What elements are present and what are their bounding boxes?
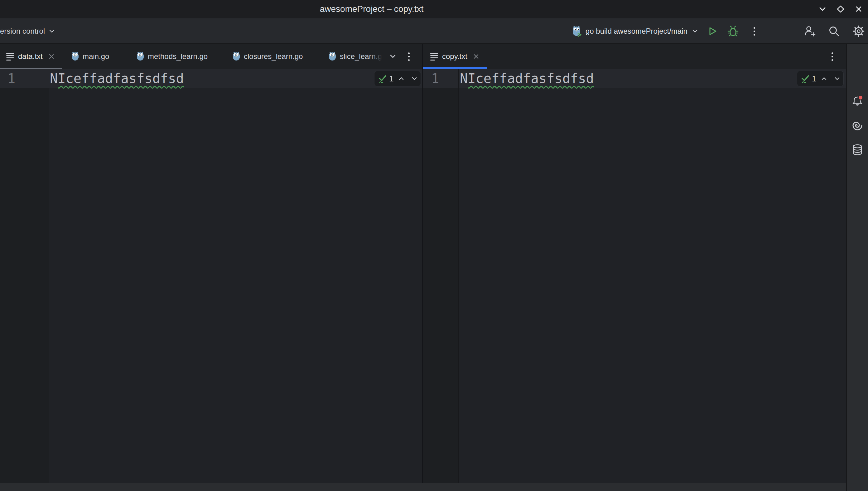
- go-gopher-run-icon: [572, 26, 582, 37]
- chevron-down-icon: [691, 27, 699, 35]
- main-toolbar: ersion control go build awesomeProject/m…: [0, 19, 868, 44]
- code-text: N: [460, 71, 468, 86]
- tab-selected-underline-focused: [422, 67, 487, 69]
- ide-window: awesomeProject – copy.txt ersion contro: [0, 0, 868, 491]
- tab-label: closures_learn.go: [244, 52, 303, 61]
- right-tab-options-button[interactable]: [825, 50, 839, 63]
- tab-label: methods_learn.go: [148, 52, 208, 61]
- tab-slice-learn-go[interactable]: slice_learn.go: [313, 44, 382, 69]
- run-button[interactable]: [705, 24, 719, 38]
- status-bar: [0, 483, 846, 491]
- run-configuration-selector[interactable]: go build awesomeProject/main: [572, 19, 699, 44]
- editor-tab-bar: data.txt main.go: [0, 44, 846, 69]
- kebab-menu-icon: [408, 52, 410, 61]
- inspection-count: 1: [812, 74, 816, 84]
- tab-copy-txt[interactable]: copy.txt: [423, 44, 487, 69]
- more-actions-button[interactable]: [747, 24, 761, 38]
- editor-pane-right[interactable]: 1 NIceffadfasfsdfsd 1: [423, 69, 846, 483]
- window-controls: [816, 0, 866, 18]
- gutter-separator: [49, 69, 49, 483]
- editor-split-divider[interactable]: [422, 44, 423, 483]
- tab-close-icon[interactable]: [48, 53, 55, 60]
- tab-main-go[interactable]: main.go: [62, 44, 122, 69]
- previous-problem-button[interactable]: [396, 73, 407, 84]
- typo-check-icon: [800, 74, 810, 84]
- code-line[interactable]: NIceffadfasfsdfsd: [50, 69, 184, 88]
- minimize-icon: [817, 3, 828, 15]
- database-button[interactable]: [850, 143, 865, 157]
- go-gopher-icon: [71, 52, 79, 61]
- gear-icon: [852, 25, 865, 38]
- tab-close-icon[interactable]: [473, 53, 479, 60]
- version-control-label: ersion control: [0, 27, 45, 35]
- next-problem-button[interactable]: [409, 73, 420, 84]
- maximize-button[interactable]: [834, 2, 847, 16]
- settings-button[interactable]: [852, 24, 866, 38]
- tab-closures-learn-go[interactable]: closures_learn.go: [218, 44, 313, 69]
- title-bar: awesomeProject – copy.txt: [0, 0, 868, 18]
- tab-label: slice_learn.go: [340, 52, 382, 60]
- editor-pane-left[interactable]: 1 NIceffadfasfsdfsd 1: [0, 69, 422, 483]
- ai-assistant-button[interactable]: [850, 118, 865, 133]
- kebab-menu-icon: [832, 52, 833, 61]
- chevron-down-icon: [389, 52, 397, 61]
- tab-label: data.txt: [18, 52, 43, 61]
- go-gopher-icon: [136, 52, 144, 61]
- bug-icon: [727, 25, 739, 37]
- ai-assistant-swirl-icon: [851, 119, 864, 132]
- search-everywhere-button[interactable]: [827, 24, 841, 38]
- next-problem-button[interactable]: [832, 73, 842, 84]
- gutter-separator: [458, 69, 459, 483]
- tab-data-txt[interactable]: data.txt: [0, 44, 62, 69]
- minimize-button[interactable]: [816, 2, 829, 16]
- gutter: [423, 69, 458, 483]
- go-gopher-icon: [328, 52, 336, 61]
- notifications-button[interactable]: [850, 94, 865, 109]
- inspections-widget[interactable]: 1: [374, 71, 421, 86]
- bell-icon: [850, 94, 864, 108]
- code-with-me-button[interactable]: [803, 24, 816, 38]
- typo-text: Iceffadfasfsdfsd: [468, 71, 594, 86]
- text-file-icon: [6, 53, 14, 60]
- line-number: 1: [7, 69, 15, 88]
- run-icon: [707, 26, 717, 36]
- typo-check-icon: [378, 74, 388, 84]
- inspections-widget[interactable]: 1: [797, 71, 844, 86]
- tab-label-clip: slice_learn.go: [340, 52, 382, 61]
- database-icon: [851, 144, 864, 156]
- maximize-icon: [835, 3, 846, 15]
- text-file-icon: [430, 53, 438, 60]
- tab-label: copy.txt: [442, 52, 467, 61]
- chevron-down-icon: [48, 27, 56, 35]
- close-button[interactable]: [852, 2, 866, 16]
- close-icon: [853, 3, 864, 15]
- show-hidden-tabs-button[interactable]: [386, 50, 400, 63]
- version-control-widget[interactable]: ersion control: [0, 19, 56, 44]
- code-line[interactable]: NIceffadfasfsdfsd: [460, 69, 594, 88]
- run-configuration-label: go build awesomeProject/main: [586, 27, 687, 35]
- go-gopher-icon: [232, 52, 240, 61]
- add-user-icon: [803, 25, 816, 38]
- kebab-menu-icon: [753, 27, 755, 35]
- window-title: awesomeProject – copy.txt: [320, 4, 424, 14]
- right-tool-window-stripe: [847, 44, 868, 491]
- previous-problem-button[interactable]: [819, 73, 829, 84]
- search-icon: [828, 25, 841, 38]
- inspection-count: 1: [389, 74, 394, 84]
- tab-methods-learn-go[interactable]: methods_learn.go: [122, 44, 218, 69]
- line-number: 1: [431, 69, 439, 88]
- tab-label: main.go: [83, 52, 109, 61]
- left-tab-options-button[interactable]: [402, 50, 415, 63]
- gutter: [0, 69, 49, 483]
- typo-text: Iceffadfasfsdfsd: [58, 71, 184, 86]
- debug-button[interactable]: [726, 24, 740, 38]
- code-text: N: [50, 71, 58, 86]
